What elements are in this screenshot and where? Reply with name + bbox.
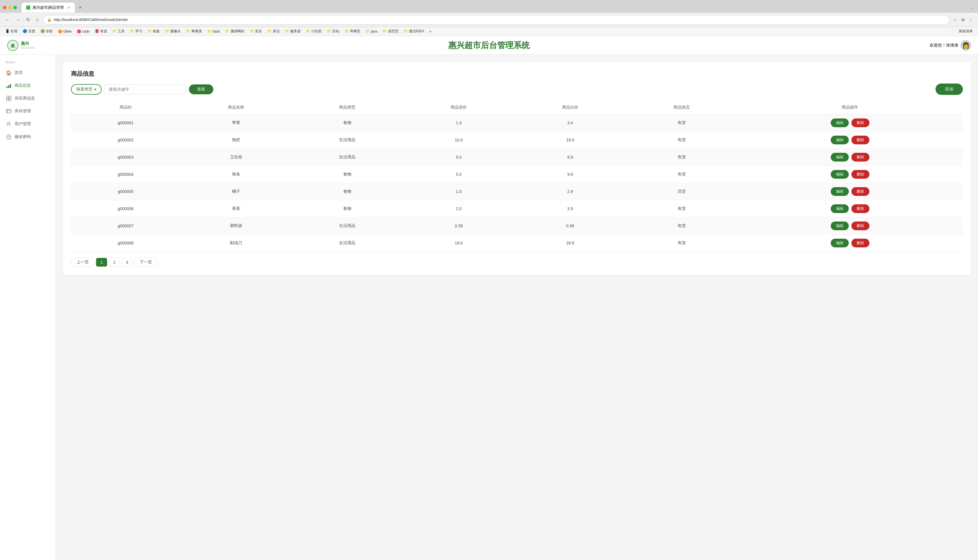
- sidebar-item-goods[interactable]: 商品信息: [0, 79, 56, 92]
- edit-button[interactable]: 编辑: [831, 222, 849, 230]
- bookmark-algo[interactable]: 📁 算法: [265, 28, 281, 34]
- cell-status: 有货: [626, 166, 737, 183]
- bookmark-study[interactable]: 📁 学习: [128, 28, 144, 34]
- delete-button[interactable]: 删除: [851, 204, 870, 213]
- main-card: 商品信息 搜索类型 ▾ 搜索 添加 商品ID 商: [63, 62, 971, 275]
- svg-rect-9: [7, 110, 11, 113]
- new-tab-button[interactable]: +: [76, 3, 84, 12]
- bookmark-collect[interactable]: 📁 收集: [146, 28, 162, 34]
- svg-text:惠: 惠: [10, 43, 15, 48]
- page-number-3[interactable]: 3: [122, 258, 133, 267]
- edit-button[interactable]: 编辑: [831, 153, 849, 162]
- sidebar-item-supplier[interactable]: 供应商信息: [0, 92, 56, 105]
- bookmark-chenfan[interactable]: 📁 成范范: [381, 28, 400, 34]
- bookmark-java[interactable]: 📁 java: [364, 29, 379, 34]
- bookmark-vuln[interactable]: 📁 漏洞网站: [223, 28, 246, 34]
- svg-rect-4: [10, 84, 11, 88]
- bookmark-apps[interactable]: 📱 应用: [3, 28, 19, 34]
- svg-rect-7: [7, 99, 8, 101]
- bookmark-games[interactable]: 📁 小玩意: [304, 28, 323, 34]
- bookmark-more[interactable]: »: [428, 29, 433, 34]
- sidebar-section-label: MAIN: [0, 60, 56, 67]
- cell-actions: 编辑 删除: [737, 132, 963, 149]
- sidebar-label-goods: 商品信息: [15, 83, 31, 88]
- refresh-button[interactable]: ↻: [25, 16, 32, 23]
- bookmark-csdn[interactable]: 🔴 csdn: [75, 29, 92, 34]
- tab-favicon: [26, 5, 30, 10]
- bookmark-server[interactable]: 📁 服务器: [283, 28, 302, 34]
- forward-button[interactable]: →: [14, 16, 22, 23]
- cell-buy-price: 5.0: [403, 149, 515, 166]
- table-row: g000003 卫生纸 生活用品 5.0 9.9 有货 编辑 删除: [71, 149, 963, 166]
- edit-button[interactable]: 编辑: [831, 170, 849, 179]
- sidebar-item-password[interactable]: 修改密码: [0, 130, 56, 143]
- home-button[interactable]: ⌂: [34, 16, 40, 23]
- delete-button[interactable]: 删除: [851, 187, 870, 196]
- url-display: http://localhost:8080/CallShowGoodsServl…: [54, 17, 945, 22]
- page-number-2[interactable]: 2: [109, 258, 120, 267]
- col-header-buy-price: 商品进价: [403, 101, 515, 114]
- prev-page-button[interactable]: 上一页: [71, 258, 94, 267]
- svg-rect-2: [7, 87, 8, 88]
- search-button[interactable]: 搜索: [189, 84, 213, 94]
- delete-button[interactable]: 删除: [851, 170, 870, 179]
- bookmark-reading[interactable]: 阅读清单: [957, 28, 975, 34]
- table-row: g000004 辣条 食物 5.0 9.9 有货 编辑 删除: [71, 166, 963, 183]
- sidebar-item-home[interactable]: 🏠 首页: [0, 67, 56, 79]
- bookmark-pasite[interactable]: 📁 扒站: [325, 28, 341, 34]
- table-row: g000007 塑料袋 生活用品 0.39 0.99 有货 编辑 删除: [71, 217, 963, 235]
- cell-name: 剃须刀: [180, 235, 292, 252]
- back-button[interactable]: ←: [3, 16, 12, 23]
- bookmark-hack[interactable]: 📁 hack: [205, 29, 222, 34]
- next-page-button[interactable]: 下一页: [134, 258, 157, 267]
- edit-button[interactable]: 编辑: [831, 204, 849, 213]
- add-button[interactable]: 添加: [936, 83, 963, 95]
- extension-button[interactable]: ⚙: [960, 17, 966, 23]
- table-header-row: 商品ID 商品名称 商品类型 商品进价 商品出价 商品状态 商品操作: [71, 101, 963, 114]
- cell-buy-price: 5.0: [403, 166, 515, 183]
- bookmark-security[interactable]: 📁 安全: [248, 28, 264, 34]
- edit-button[interactable]: 编辑: [831, 136, 849, 144]
- bookmark-google[interactable]: 🟢 谷歌: [39, 28, 55, 34]
- minimize-traffic-light[interactable]: [8, 6, 12, 9]
- edit-button[interactable]: 编辑: [831, 239, 849, 247]
- sidebar-item-inventory[interactable]: 库存管理: [0, 105, 56, 118]
- col-header-name: 商品名称: [180, 101, 292, 114]
- bookmark-idea[interactable]: 📁 激活IDEA: [402, 28, 426, 34]
- delete-button[interactable]: 删除: [851, 153, 870, 162]
- star-button[interactable]: ☆: [952, 17, 958, 23]
- bookmark-tools[interactable]: 📁 工具: [111, 28, 126, 34]
- sidebar-label-inventory: 库存管理: [15, 108, 31, 114]
- home-icon: 🏠: [6, 70, 12, 76]
- delete-button[interactable]: 删除: [851, 222, 870, 230]
- sidebar-item-users[interactable]: 用户管理: [0, 118, 56, 130]
- bookmark-youdao[interactable]: 📕 有道: [93, 28, 109, 34]
- cell-sell-price: 3.9: [514, 200, 626, 217]
- edit-button[interactable]: 编辑: [831, 118, 849, 127]
- search-input[interactable]: [105, 84, 186, 94]
- menu-button[interactable]: ⋮: [968, 17, 975, 23]
- bookmark-qisite[interactable]: 📁 奇网页: [343, 28, 362, 34]
- delete-button[interactable]: 删除: [851, 239, 870, 247]
- active-tab[interactable]: 惠兴超市|商品管理 ✕: [22, 3, 75, 13]
- password-icon: [6, 134, 12, 140]
- edit-button[interactable]: 编辑: [831, 187, 849, 196]
- sidebar-label-home: 首页: [15, 70, 23, 75]
- bookmark-baidu[interactable]: 🔵 百度: [21, 28, 37, 34]
- page-number-1[interactable]: 1: [96, 258, 107, 267]
- close-traffic-light[interactable]: [3, 6, 7, 9]
- tab-close-button[interactable]: ✕: [67, 5, 70, 10]
- delete-button[interactable]: 删除: [851, 136, 870, 144]
- tab-title: 惠兴超市|商品管理: [33, 5, 64, 10]
- chevron-down-icon: ▾: [94, 87, 97, 92]
- maximize-traffic-light[interactable]: [13, 6, 17, 9]
- address-bar[interactable]: 🔒 http://localhost:8080/CallShowGoodsSer…: [43, 15, 950, 25]
- logo-icon: 惠: [7, 40, 18, 51]
- delete-button[interactable]: 删除: [851, 118, 870, 127]
- bookmark-gitee[interactable]: 🟠 Gitee: [56, 29, 73, 34]
- bookmark-camera[interactable]: 📁 摄像头: [163, 28, 183, 34]
- bookmark-raspberry[interactable]: 📁 树莓派: [184, 28, 203, 34]
- search-type-button[interactable]: 搜索类型 ▾: [71, 84, 102, 95]
- user-avatar: 👩: [961, 40, 971, 51]
- sidebar-label-password: 修改密码: [15, 134, 31, 139]
